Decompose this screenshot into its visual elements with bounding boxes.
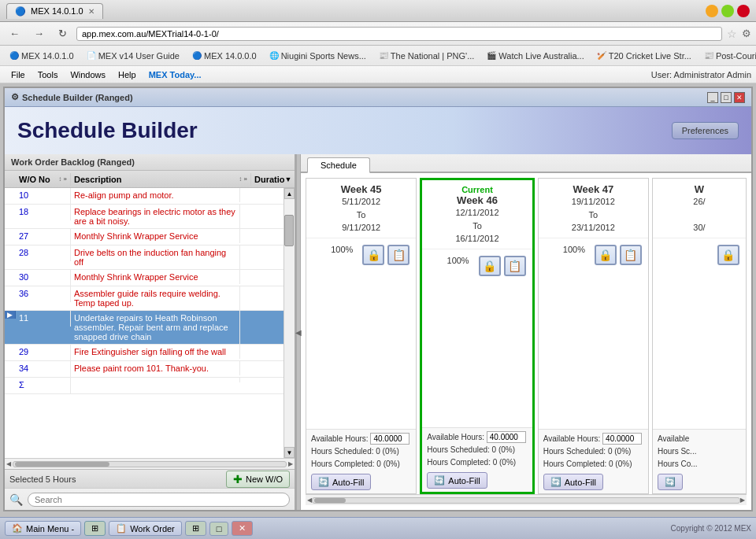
week-47-doc-btn[interactable]: 📋 bbox=[620, 245, 642, 265]
week-48-lock-btn[interactable]: 🔒 bbox=[717, 245, 739, 265]
bookmark-label: Niugini Sports News... bbox=[281, 51, 366, 61]
address-bar[interactable] bbox=[76, 27, 722, 41]
bookmark-favicon: 📰 bbox=[704, 51, 713, 60]
wo-number[interactable]: 28 bbox=[16, 246, 71, 261]
app-minimize-btn[interactable]: _ bbox=[707, 92, 718, 103]
wo-number[interactable]: 34 bbox=[16, 361, 71, 377]
table-row[interactable]: ▶ 11 Undertake repairs to Heath Robinson… bbox=[5, 311, 284, 345]
schedule-hscroll-right-btn[interactable]: ▶ bbox=[740, 497, 745, 504]
bookmark-label: T20 Cricket Live Str... bbox=[609, 51, 691, 61]
week-47-available: Available Hours: bbox=[543, 433, 643, 445]
bookmark-mex1400[interactable]: 🔵 MEX 14.0.0.0 bbox=[187, 50, 261, 62]
week-48-completed: Hours Co... bbox=[658, 458, 741, 471]
search-input[interactable] bbox=[28, 493, 290, 507]
table-row[interactable]: 30 Monthly Shrink Wrapper Service bbox=[5, 270, 284, 286]
vscroll-thumb[interactable] bbox=[284, 215, 294, 246]
tab-close-btn[interactable]: ✕ bbox=[88, 7, 94, 16]
app-close-btn[interactable]: ✕ bbox=[734, 92, 745, 103]
week-46-autofill-btn[interactable]: 🔄 Auto-Fill bbox=[427, 472, 487, 489]
menu-windows[interactable]: Windows bbox=[64, 68, 112, 81]
wo-number[interactable]: 29 bbox=[16, 345, 71, 360]
browser-tab[interactable]: 🔵 MEX 14.0.1.0 ✕ bbox=[6, 3, 103, 19]
wo-number[interactable]: 27 bbox=[16, 229, 71, 245]
hscroll-left-btn[interactable]: ◀ bbox=[6, 460, 11, 467]
bookmark-watch-live[interactable]: 🎬 Watch Live Australia... bbox=[482, 50, 588, 62]
vscroll-down-btn[interactable]: ▼ bbox=[284, 447, 295, 458]
vscroll-track[interactable] bbox=[284, 199, 295, 447]
bookmark-star[interactable]: ☆ bbox=[727, 28, 737, 40]
hscroll-track[interactable] bbox=[13, 461, 287, 467]
vscroll-up-btn[interactable]: ▲ bbox=[284, 188, 295, 199]
week-46-icons: 🔒 📋 bbox=[476, 253, 529, 279]
table-row[interactable]: 36 Assembler guide rails require welding… bbox=[5, 286, 284, 311]
more-tools[interactable]: ⚙ bbox=[742, 28, 751, 39]
schedule-hscrollbar[interactable]: ◀ ▶ bbox=[306, 494, 747, 505]
schedule-hscroll-track[interactable] bbox=[312, 497, 740, 504]
week-46-current-label: Current bbox=[425, 185, 528, 194]
backlog-vscrollbar[interactable]: ▲ ▼ bbox=[284, 188, 295, 458]
week-48-autofill-btn[interactable]: 🔄 bbox=[658, 474, 683, 490]
hscroll-right-btn[interactable]: ▶ bbox=[288, 460, 293, 467]
table-row[interactable]: 34 Please paint room 101. Thank-you. bbox=[5, 361, 284, 378]
bookmark-national[interactable]: 📰 The National | PNG'... bbox=[374, 50, 479, 62]
menu-help[interactable]: Help bbox=[112, 68, 143, 81]
wo-duration bbox=[240, 246, 284, 250]
schedule-hscroll-thumb[interactable] bbox=[314, 498, 346, 503]
wo-number[interactable]: 18 bbox=[16, 205, 71, 220]
app-window-controls: _ □ ✕ bbox=[707, 92, 745, 103]
new-wo-btn[interactable]: ✚ New W/O bbox=[226, 471, 290, 488]
avail-label: Available Hours: bbox=[543, 434, 601, 443]
bookmark-favicon: 🔵 bbox=[9, 51, 19, 60]
wo-number[interactable]: 11 bbox=[16, 311, 71, 327]
forward-btn[interactable]: → bbox=[29, 25, 49, 42]
week-47-lock-btn[interactable]: 🔒 bbox=[595, 245, 617, 265]
bookmark-cricket[interactable]: 🏏 T20 Cricket Live Str... bbox=[592, 50, 696, 62]
table-row[interactable]: 29 Fire Extinguisher sign falling off th… bbox=[5, 345, 284, 361]
wo-number[interactable]: 30 bbox=[16, 270, 71, 286]
back-btn[interactable]: ← bbox=[5, 25, 24, 42]
minimize-btn[interactable] bbox=[706, 5, 718, 17]
preferences-btn[interactable]: Preferences bbox=[672, 122, 739, 139]
comp-label: Hours Completed: bbox=[427, 458, 491, 467]
week-47-autofill-btn[interactable]: 🔄 Auto-Fill bbox=[543, 474, 603, 490]
table-row[interactable]: 27 Monthly Shrink Wrapper Service bbox=[5, 229, 284, 246]
table-row[interactable]: 28 Drive belts on the induction fan hang… bbox=[5, 246, 284, 270]
bookmark-label: MEX 14.0.0.0 bbox=[204, 51, 257, 61]
week-45-autofill-btn[interactable]: 🔄 Auto-Fill bbox=[311, 474, 371, 490]
bookmark-label: Post-Courier Online bbox=[716, 51, 756, 61]
maximize-btn[interactable] bbox=[721, 5, 734, 17]
bookmark-niugini[interactable]: 🌐 Niugini Sports News... bbox=[265, 50, 371, 62]
backlog-hscrollbar[interactable]: ◀ ▶ bbox=[5, 458, 295, 469]
week-45-available-input[interactable] bbox=[370, 433, 410, 445]
week-45-doc-btn[interactable]: 📋 bbox=[387, 245, 410, 265]
wo-sort-icon[interactable]: ↕ » bbox=[58, 175, 67, 183]
desc-sort-icon[interactable]: ↕ » bbox=[239, 175, 247, 183]
week-46-available-input[interactable] bbox=[487, 431, 526, 443]
week-45-lock-btn[interactable]: 🔒 bbox=[362, 245, 384, 265]
bookmark-post-courier[interactable]: 📰 Post-Courier Online bbox=[699, 50, 756, 62]
tab-schedule[interactable]: Schedule bbox=[307, 157, 370, 173]
table-row[interactable]: 18 Replace bearings in electric motor as… bbox=[5, 205, 284, 229]
comp-label: Hours Completed: bbox=[311, 460, 375, 468]
wo-number[interactable]: 36 bbox=[16, 286, 71, 302]
bookmark-mex14[interactable]: 🔵 MEX 14.0.1.0 bbox=[5, 50, 79, 62]
bookmark-user-guide[interactable]: 📄 MEX v14 User Guide bbox=[82, 50, 184, 62]
week-46-doc-btn[interactable]: 📋 bbox=[504, 256, 526, 276]
week-47-available-input[interactable] bbox=[602, 433, 642, 445]
table-row[interactable]: 10 Re-align pump and motor. bbox=[5, 188, 284, 205]
close-btn[interactable] bbox=[737, 5, 750, 17]
app-titlebar: ⚙ Schedule Builder (Ranged) _ □ ✕ bbox=[5, 88, 751, 107]
week-47-scheduled: Hours Scheduled: 0 (0%) bbox=[543, 445, 643, 458]
week-48-body: 🔒 bbox=[653, 238, 746, 430]
menu-mex-today[interactable]: MEX Today... bbox=[143, 68, 208, 81]
bookmark-favicon: 📄 bbox=[87, 51, 96, 60]
refresh-btn[interactable]: ↻ bbox=[54, 25, 72, 42]
wo-number[interactable]: 10 bbox=[16, 188, 71, 204]
menu-tools[interactable]: Tools bbox=[32, 68, 65, 81]
browser-titlebar: 🔵 MEX 14.0.1.0 ✕ bbox=[0, 0, 756, 22]
hscroll-thumb[interactable] bbox=[15, 462, 109, 467]
menu-file[interactable]: File bbox=[5, 68, 32, 81]
week-46-label: Week 46 bbox=[425, 194, 528, 206]
app-maximize-btn[interactable]: □ bbox=[721, 92, 732, 103]
week-46-lock-btn[interactable]: 🔒 bbox=[479, 256, 501, 276]
